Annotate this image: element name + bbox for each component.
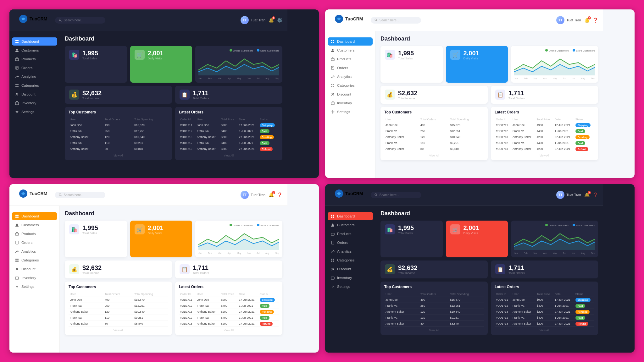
legend-store-br: Store Customers bbox=[573, 224, 595, 227]
sidebar-item-categories-tl[interactable]: Categories bbox=[12, 81, 57, 90]
logo-text-tr: TuoCRM bbox=[345, 16, 363, 21]
sidebar-item-categories-br[interactable]: Categories bbox=[328, 256, 373, 264]
income-value-bl: $2,632 bbox=[82, 264, 102, 271]
sidebar-item-inventory-br[interactable]: Inventory bbox=[328, 274, 373, 282]
svg-point-50 bbox=[16, 224, 18, 225]
sidebar-item-settings-bl[interactable]: Settings bbox=[12, 282, 57, 291]
svg-point-76 bbox=[332, 268, 333, 269]
stat-card-sales-br: 🛍️ 1,995 Total Sales bbox=[380, 221, 443, 257]
search-tl[interactable]: Search here... bbox=[55, 17, 105, 24]
svg-rect-73 bbox=[333, 259, 334, 260]
sales-label-br: Total Sales bbox=[398, 231, 414, 235]
view-all-customers-tr[interactable]: View All bbox=[384, 154, 484, 157]
svg-rect-14 bbox=[17, 84, 19, 85]
sidebar-item-orders-br[interactable]: Orders bbox=[328, 239, 373, 247]
main-br: Dashboard 🛍️ 1,995 Total Sales bbox=[375, 206, 603, 353]
sidebar-item-inventory-bl[interactable]: Inventory bbox=[12, 274, 57, 282]
help-icon-tr[interactable]: ❓ bbox=[593, 18, 598, 23]
visits-icon-tr: 🛒 bbox=[450, 50, 460, 60]
svg-rect-52 bbox=[16, 241, 18, 244]
sidebar-item-orders-bl[interactable]: Orders bbox=[12, 239, 57, 247]
sidebar-item-orders-tl[interactable]: Orders bbox=[12, 64, 57, 72]
sidebar-item-dashboard-tr[interactable]: Dashboard bbox=[328, 37, 373, 46]
sidebar-item-customers-tl[interactable]: Customers bbox=[12, 46, 57, 54]
svg-point-18 bbox=[17, 95, 18, 96]
view-all-customers-bl[interactable]: View All bbox=[69, 329, 168, 332]
sidebar-item-customers-tr[interactable]: Customers bbox=[328, 46, 373, 54]
table-row: Anthony Baker120$10,840 bbox=[384, 309, 484, 315]
view-all-orders-bl[interactable]: View All bbox=[179, 329, 279, 332]
income-label-bl: Total Income bbox=[82, 271, 102, 275]
search-br[interactable]: Search here... bbox=[371, 192, 421, 198]
sidebar-item-settings-tr[interactable]: Settings bbox=[328, 108, 373, 116]
view-all-customers-tl[interactable]: View All bbox=[69, 154, 168, 157]
sidebar-item-analytics-bl[interactable]: Analytics bbox=[12, 247, 57, 255]
table-row: Frank Iva110$9,251 bbox=[384, 315, 484, 321]
bell-icon-tr[interactable]: 🔔7 bbox=[584, 18, 590, 23]
sidebar-item-discount-bl[interactable]: Discount bbox=[12, 265, 57, 273]
sidebar-item-dashboard-bl[interactable]: Dashboard bbox=[12, 212, 57, 220]
sidebar-item-discount-br[interactable]: Discount bbox=[328, 265, 373, 273]
view-all-orders-br[interactable]: View All bbox=[495, 329, 594, 332]
chart-card-tr: Online Customers Store Customers JanFebM… bbox=[511, 46, 598, 83]
svg-rect-4 bbox=[17, 40, 19, 41]
sidebar-item-customers-bl[interactable]: Customers bbox=[12, 221, 57, 229]
sidebar-item-products-tl[interactable]: Products bbox=[12, 55, 57, 63]
search-icon-tr bbox=[375, 19, 378, 22]
nav-label-inventory-tl: Inventory bbox=[21, 101, 36, 105]
orders-table-tl: Order IdUserTotal PriceDateStatus #OD171… bbox=[179, 117, 279, 152]
sidebar-item-products-br[interactable]: Products bbox=[328, 230, 373, 238]
bell-icon-br[interactable]: 🔔7 bbox=[584, 192, 590, 197]
help-icon-br[interactable]: ❓ bbox=[593, 192, 598, 197]
view-all-customers-br[interactable]: View All bbox=[384, 329, 484, 332]
sidebar-item-products-bl[interactable]: Products bbox=[12, 230, 57, 238]
visits-label-br: Daily Visits bbox=[464, 231, 479, 235]
search-bl[interactable]: Search here... bbox=[55, 192, 105, 198]
orders-stat-icon-bl: 📋 bbox=[180, 264, 190, 274]
sidebar-item-dashboard-tl[interactable]: Dashboard bbox=[12, 37, 57, 46]
sidebar-item-analytics-tr[interactable]: Analytics bbox=[328, 73, 373, 81]
svg-rect-74 bbox=[331, 261, 332, 262]
income-value-tr: $2,632 bbox=[398, 90, 417, 96]
chart-svg-tr bbox=[514, 53, 595, 75]
sales-icon-tl: 🛍️ bbox=[69, 50, 79, 60]
svg-rect-79 bbox=[331, 277, 334, 279]
topbar-right-tl: TT Tuat Tran 🔔7 ⚙️ bbox=[241, 16, 282, 24]
top-customers-title-tl: Top Customers bbox=[69, 110, 168, 114]
chart-svg-bl bbox=[198, 228, 279, 250]
table-row: Anthony Baker120$10,840 bbox=[384, 134, 484, 140]
sidebar-item-dashboard-br[interactable]: Dashboard bbox=[328, 212, 373, 220]
search-tr[interactable]: Search here... bbox=[371, 17, 421, 24]
view-all-orders-tl[interactable]: View All bbox=[179, 154, 279, 157]
sidebar-item-products-tr[interactable]: Products bbox=[328, 55, 373, 63]
view-all-orders-tr[interactable]: View All bbox=[495, 154, 594, 157]
sidebar-item-discount-tr[interactable]: Discount bbox=[328, 90, 373, 98]
svg-rect-72 bbox=[331, 259, 332, 260]
visits-label-bl: Daily Visits bbox=[148, 231, 164, 235]
sales-label-bl: Total Sales bbox=[82, 231, 98, 235]
nav-label-discount-tr: Discount bbox=[337, 92, 351, 96]
sidebar-item-customers-br[interactable]: Customers bbox=[328, 221, 373, 229]
sidebar-item-settings-br[interactable]: Settings bbox=[328, 282, 373, 291]
sidebar-item-orders-tr[interactable]: Orders bbox=[328, 64, 373, 72]
settings-icon-bl bbox=[15, 285, 19, 288]
sidebar-item-discount-tl[interactable]: Discount bbox=[12, 90, 57, 98]
topbar-bl: TuoCRM Search here... TT Tuat Tran 🔔7 ❓ bbox=[9, 184, 287, 206]
sidebar-item-analytics-tl[interactable]: Analytics bbox=[12, 73, 57, 81]
nav-label-analytics-bl: Analytics bbox=[21, 250, 36, 253]
bell-icon-bl[interactable]: 🔔7 bbox=[269, 192, 274, 197]
bell-icon-tl[interactable]: 🔔7 bbox=[269, 18, 274, 23]
sidebar-item-inventory-tl[interactable]: Inventory bbox=[12, 99, 57, 107]
sidebar-item-analytics-br[interactable]: Analytics bbox=[328, 247, 373, 255]
sidebar-item-inventory-tr[interactable]: Inventory bbox=[328, 99, 373, 107]
logo-icon-br bbox=[335, 189, 343, 198]
inventory-icon-br bbox=[331, 276, 335, 280]
sidebar-item-categories-bl[interactable]: Categories bbox=[12, 256, 57, 264]
settings-icon-tl[interactable]: ⚙️ bbox=[277, 18, 282, 23]
sidebar-item-categories-tr[interactable]: Categories bbox=[328, 81, 373, 90]
table-row: Anthony Baker80$8,840 bbox=[384, 146, 484, 152]
inventory-icon-bl bbox=[15, 276, 19, 280]
sidebar-item-settings-tl[interactable]: Settings bbox=[12, 108, 57, 116]
chart-card-tl: Online Customers Store Customers JanFebM… bbox=[195, 46, 282, 83]
help-icon-bl[interactable]: ❓ bbox=[277, 192, 282, 197]
